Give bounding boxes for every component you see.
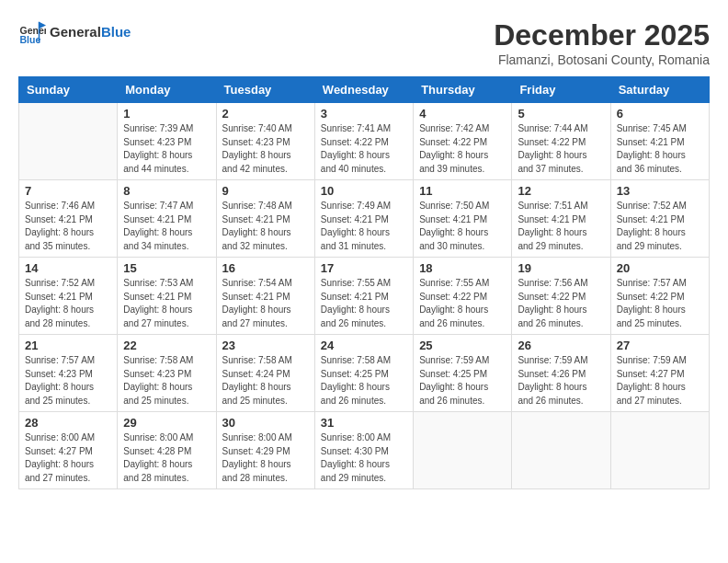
day-number: 31 <box>321 416 407 430</box>
calendar-week-row: 14Sunrise: 7:52 AM Sunset: 4:21 PM Dayli… <box>19 258 710 335</box>
day-info: Sunrise: 7:58 AM Sunset: 4:25 PM Dayligh… <box>321 354 407 408</box>
calendar-cell: 14Sunrise: 7:52 AM Sunset: 4:21 PM Dayli… <box>19 258 118 335</box>
day-info: Sunrise: 7:50 AM Sunset: 4:21 PM Dayligh… <box>419 200 506 253</box>
day-info: Sunrise: 7:46 AM Sunset: 4:21 PM Dayligh… <box>25 200 111 253</box>
day-info: Sunrise: 7:59 AM Sunset: 4:27 PM Dayligh… <box>617 354 703 408</box>
logo: General Blue GeneralBlue <box>18 18 131 46</box>
calendar-cell: 1Sunrise: 7:39 AM Sunset: 4:23 PM Daylig… <box>118 103 216 180</box>
calendar-cell <box>19 103 118 180</box>
title-area: December 2025 Flamanzi, Botosani County,… <box>494 18 710 67</box>
calendar-cell: 31Sunrise: 8:00 AM Sunset: 4:30 PM Dayli… <box>314 412 413 489</box>
day-info: Sunrise: 7:44 AM Sunset: 4:22 PM Dayligh… <box>518 122 604 176</box>
calendar-cell: 29Sunrise: 8:00 AM Sunset: 4:28 PM Dayli… <box>118 412 216 489</box>
calendar-cell: 4Sunrise: 7:42 AM Sunset: 4:22 PM Daylig… <box>414 103 512 180</box>
logo-icon: General Blue <box>18 18 46 46</box>
calendar-cell: 17Sunrise: 7:55 AM Sunset: 4:21 PM Dayli… <box>314 258 413 335</box>
calendar-cell: 30Sunrise: 8:00 AM Sunset: 4:29 PM Dayli… <box>216 412 314 489</box>
day-info: Sunrise: 7:59 AM Sunset: 4:25 PM Dayligh… <box>419 354 506 408</box>
month-title: December 2025 <box>494 18 710 52</box>
weekday-header-sunday: Sunday <box>19 77 118 103</box>
day-info: Sunrise: 7:51 AM Sunset: 4:21 PM Dayligh… <box>518 200 604 253</box>
calendar-cell: 9Sunrise: 7:48 AM Sunset: 4:21 PM Daylig… <box>216 180 314 258</box>
day-info: Sunrise: 7:41 AM Sunset: 4:22 PM Dayligh… <box>321 122 407 176</box>
location-subtitle: Flamanzi, Botosani County, Romania <box>494 52 710 67</box>
day-info: Sunrise: 7:54 AM Sunset: 4:21 PM Dayligh… <box>222 277 309 330</box>
day-info: Sunrise: 7:57 AM Sunset: 4:23 PM Dayligh… <box>25 354 111 408</box>
calendar-cell: 11Sunrise: 7:50 AM Sunset: 4:21 PM Dayli… <box>414 180 512 258</box>
day-number: 16 <box>222 261 309 275</box>
day-number: 21 <box>25 339 111 352</box>
day-info: Sunrise: 7:48 AM Sunset: 4:21 PM Dayligh… <box>222 200 309 253</box>
calendar-cell: 24Sunrise: 7:58 AM Sunset: 4:25 PM Dayli… <box>314 335 413 412</box>
day-number: 20 <box>617 261 703 275</box>
day-number: 17 <box>321 261 407 275</box>
day-info: Sunrise: 7:45 AM Sunset: 4:21 PM Dayligh… <box>617 122 703 176</box>
calendar-cell: 23Sunrise: 7:58 AM Sunset: 4:24 PM Dayli… <box>216 335 314 412</box>
day-number: 4 <box>419 107 506 121</box>
weekday-header-thursday: Thursday <box>414 77 512 103</box>
calendar-cell: 22Sunrise: 7:58 AM Sunset: 4:23 PM Dayli… <box>118 335 216 412</box>
calendar-cell: 10Sunrise: 7:49 AM Sunset: 4:21 PM Dayli… <box>314 180 413 258</box>
day-number: 11 <box>419 184 506 198</box>
day-number: 14 <box>25 261 111 275</box>
calendar-cell: 8Sunrise: 7:47 AM Sunset: 4:21 PM Daylig… <box>118 180 216 258</box>
day-info: Sunrise: 7:49 AM Sunset: 4:21 PM Dayligh… <box>321 200 407 253</box>
calendar-cell: 27Sunrise: 7:59 AM Sunset: 4:27 PM Dayli… <box>610 335 709 412</box>
day-number: 25 <box>419 339 506 352</box>
page-header: General Blue GeneralBlue December 2025 F… <box>18 18 710 67</box>
day-number: 2 <box>222 107 309 121</box>
weekday-header-tuesday: Tuesday <box>216 77 314 103</box>
logo-text: GeneralBlue <box>50 24 131 40</box>
weekday-header-monday: Monday <box>118 77 216 103</box>
day-info: Sunrise: 8:00 AM Sunset: 4:28 PM Dayligh… <box>123 431 210 485</box>
calendar-cell: 6Sunrise: 7:45 AM Sunset: 4:21 PM Daylig… <box>610 103 709 180</box>
day-number: 28 <box>25 416 111 430</box>
day-number: 23 <box>222 339 309 352</box>
calendar-cell <box>610 412 709 489</box>
calendar-table: SundayMondayTuesdayWednesdayThursdayFrid… <box>18 76 710 489</box>
day-number: 27 <box>617 339 703 352</box>
calendar-cell: 25Sunrise: 7:59 AM Sunset: 4:25 PM Dayli… <box>414 335 512 412</box>
weekday-header-saturday: Saturday <box>610 77 709 103</box>
day-info: Sunrise: 7:47 AM Sunset: 4:21 PM Dayligh… <box>123 200 210 253</box>
day-info: Sunrise: 8:00 AM Sunset: 4:29 PM Dayligh… <box>222 431 309 485</box>
calendar-cell <box>414 412 512 489</box>
day-info: Sunrise: 8:00 AM Sunset: 4:30 PM Dayligh… <box>321 431 407 485</box>
calendar-cell: 20Sunrise: 7:57 AM Sunset: 4:22 PM Dayli… <box>610 258 709 335</box>
weekday-header-row: SundayMondayTuesdayWednesdayThursdayFrid… <box>19 77 710 103</box>
calendar-week-row: 21Sunrise: 7:57 AM Sunset: 4:23 PM Dayli… <box>19 335 710 412</box>
day-number: 24 <box>321 339 407 352</box>
day-info: Sunrise: 7:42 AM Sunset: 4:22 PM Dayligh… <box>419 122 506 176</box>
day-info: Sunrise: 7:58 AM Sunset: 4:24 PM Dayligh… <box>222 354 309 408</box>
weekday-header-wednesday: Wednesday <box>314 77 413 103</box>
day-number: 13 <box>617 184 703 198</box>
calendar-week-row: 28Sunrise: 8:00 AM Sunset: 4:27 PM Dayli… <box>19 412 710 489</box>
day-info: Sunrise: 7:58 AM Sunset: 4:23 PM Dayligh… <box>123 354 210 408</box>
calendar-cell: 28Sunrise: 8:00 AM Sunset: 4:27 PM Dayli… <box>19 412 118 489</box>
day-info: Sunrise: 7:55 AM Sunset: 4:21 PM Dayligh… <box>321 277 407 330</box>
day-info: Sunrise: 7:57 AM Sunset: 4:22 PM Dayligh… <box>617 277 703 330</box>
day-info: Sunrise: 7:52 AM Sunset: 4:21 PM Dayligh… <box>25 277 111 330</box>
day-number: 7 <box>25 184 111 198</box>
day-info: Sunrise: 7:59 AM Sunset: 4:26 PM Dayligh… <box>518 354 604 408</box>
day-number: 3 <box>321 107 407 121</box>
calendar-cell <box>512 412 610 489</box>
calendar-cell: 3Sunrise: 7:41 AM Sunset: 4:22 PM Daylig… <box>314 103 413 180</box>
day-number: 26 <box>518 339 604 352</box>
day-number: 1 <box>123 107 210 121</box>
calendar-cell: 13Sunrise: 7:52 AM Sunset: 4:21 PM Dayli… <box>610 180 709 258</box>
day-number: 30 <box>222 416 309 430</box>
day-number: 5 <box>518 107 604 121</box>
calendar-cell: 15Sunrise: 7:53 AM Sunset: 4:21 PM Dayli… <box>118 258 216 335</box>
day-number: 6 <box>617 107 703 121</box>
day-info: Sunrise: 8:00 AM Sunset: 4:27 PM Dayligh… <box>25 431 111 485</box>
svg-text:Blue: Blue <box>20 34 41 45</box>
calendar-cell: 18Sunrise: 7:55 AM Sunset: 4:22 PM Dayli… <box>414 258 512 335</box>
day-number: 19 <box>518 261 604 275</box>
day-number: 12 <box>518 184 604 198</box>
day-number: 9 <box>222 184 309 198</box>
calendar-cell: 5Sunrise: 7:44 AM Sunset: 4:22 PM Daylig… <box>512 103 610 180</box>
calendar-cell: 21Sunrise: 7:57 AM Sunset: 4:23 PM Dayli… <box>19 335 118 412</box>
calendar-cell: 26Sunrise: 7:59 AM Sunset: 4:26 PM Dayli… <box>512 335 610 412</box>
day-number: 10 <box>321 184 407 198</box>
